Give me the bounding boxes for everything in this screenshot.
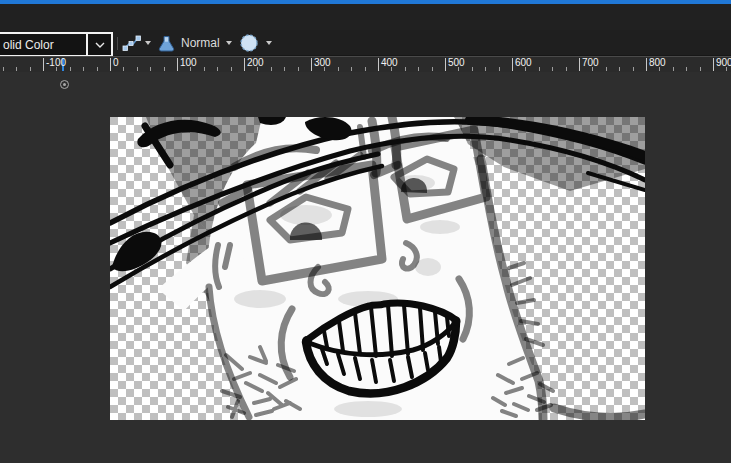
ruler-tick xyxy=(164,67,165,71)
ruler-tick xyxy=(659,67,660,71)
gradient-type-dropdown[interactable] xyxy=(145,30,151,56)
blend-mode-button[interactable]: Normal xyxy=(157,30,220,56)
ruler-tick xyxy=(566,67,567,71)
ruler-tick xyxy=(257,67,258,71)
ruler-tick xyxy=(30,67,31,71)
ruler-label: 900 xyxy=(716,57,731,68)
gradient-nodes-icon xyxy=(122,35,141,51)
ruler-tick xyxy=(458,67,459,71)
ruler-tick xyxy=(619,67,620,71)
ruler-tick xyxy=(432,67,433,71)
ruler-tick xyxy=(378,58,379,71)
ruler-tick xyxy=(311,58,312,71)
ruler-tick xyxy=(351,67,352,71)
ruler-label: 200 xyxy=(247,57,264,68)
ruler-tick xyxy=(539,67,540,71)
ruler-label: 100 xyxy=(180,57,197,68)
tool-options-toolbar: olid Color Normal xyxy=(0,30,731,56)
ruler-label: 700 xyxy=(582,57,599,68)
chevron-down-icon xyxy=(226,41,232,45)
ruler-tick xyxy=(177,58,178,71)
ruler-label: 300 xyxy=(314,57,331,68)
ruler-tick xyxy=(244,58,245,71)
horizontal-ruler: -1000100200300400500600700800900 xyxy=(0,56,731,72)
ruler-tick xyxy=(499,67,500,71)
antialias-button[interactable] xyxy=(239,30,259,56)
ruler-tick xyxy=(83,67,84,71)
fill-style-value: olid Color xyxy=(0,38,86,52)
document-viewport[interactable] xyxy=(0,72,731,463)
fill-style-select[interactable]: olid Color xyxy=(0,32,113,57)
blend-mode-label: Normal xyxy=(181,36,220,50)
ruler-tick xyxy=(552,67,553,71)
menu-bar xyxy=(0,4,731,30)
ruler-tick xyxy=(633,67,634,71)
ruler-tick xyxy=(97,67,98,71)
canvas-artwork xyxy=(110,117,645,420)
ruler-tick xyxy=(472,67,473,71)
ruler-tick xyxy=(123,67,124,71)
gradient-type-button[interactable] xyxy=(122,30,141,56)
ruler-tick xyxy=(3,67,4,71)
ruler-tick xyxy=(43,58,44,71)
ruler-tick xyxy=(726,67,727,71)
ruler-tick xyxy=(713,58,714,71)
ruler-tick xyxy=(298,67,299,71)
ruler-tick xyxy=(391,67,392,71)
ruler-tick xyxy=(579,58,580,71)
blend-mode-dropdown[interactable] xyxy=(226,30,232,56)
fill-style-dropdown-button[interactable] xyxy=(86,34,111,55)
ruler-tick xyxy=(606,67,607,71)
ruler-label: 800 xyxy=(649,57,666,68)
ruler-tick xyxy=(217,67,218,71)
antialias-circle-icon xyxy=(239,33,259,53)
ruler-tick xyxy=(418,67,419,71)
ruler-tick xyxy=(70,67,71,71)
ruler-tick xyxy=(324,67,325,71)
ruler-tick xyxy=(700,67,701,71)
ruler-tick xyxy=(512,58,513,71)
ruler-label: 500 xyxy=(448,57,465,68)
ruler-tick xyxy=(365,67,366,71)
ruler-tick xyxy=(204,67,205,71)
drawing-canvas[interactable] xyxy=(110,117,645,420)
chevron-down-icon xyxy=(95,42,105,48)
ruler-tick xyxy=(56,67,57,71)
flask-icon xyxy=(157,35,176,52)
ruler-tick xyxy=(150,67,151,71)
ruler-label: 0 xyxy=(113,57,119,68)
ruler-tick xyxy=(445,58,446,71)
ruler-tick xyxy=(137,67,138,71)
ruler-label: 400 xyxy=(381,57,398,68)
ruler-tick xyxy=(271,67,272,71)
ruler-tick xyxy=(231,67,232,71)
ruler-tick xyxy=(485,67,486,71)
ruler-tick xyxy=(284,67,285,71)
ruler-tick xyxy=(525,67,526,71)
ruler-tick xyxy=(592,67,593,71)
ruler-label: 600 xyxy=(515,57,532,68)
ruler-tick xyxy=(673,67,674,71)
ruler-tick xyxy=(16,67,17,71)
chevron-down-icon xyxy=(145,41,151,45)
ruler-tick xyxy=(338,67,339,71)
ruler-tick xyxy=(686,67,687,71)
chevron-down-icon xyxy=(266,41,272,45)
antialias-dropdown[interactable] xyxy=(266,30,272,56)
ruler-tick xyxy=(110,58,111,71)
toolbar-separator xyxy=(117,37,118,50)
ruler-tick xyxy=(405,67,406,71)
ruler-tick xyxy=(646,58,647,71)
ruler-tick xyxy=(190,67,191,71)
gradient-origin-handle-icon[interactable] xyxy=(60,80,69,89)
